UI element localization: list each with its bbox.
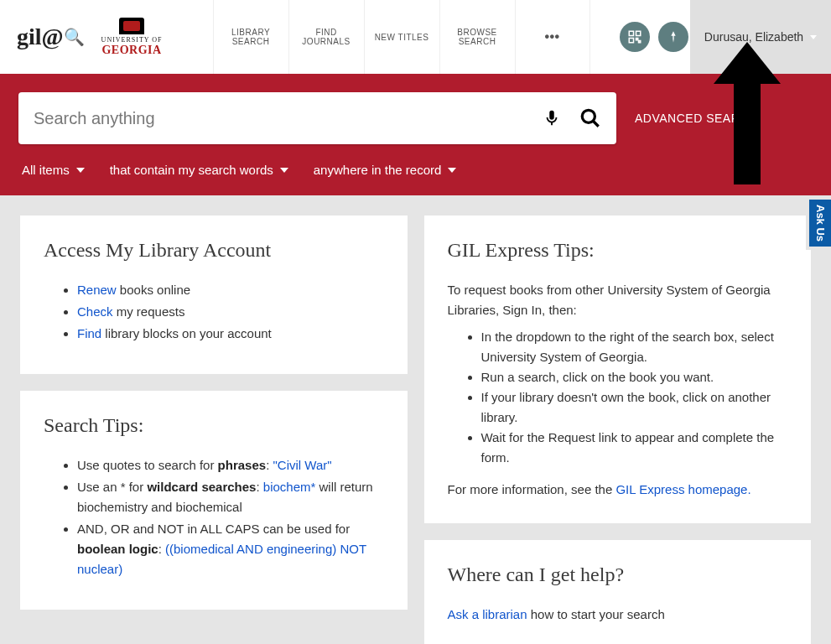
svg-rect-3 (636, 39, 638, 40)
qr-icon (627, 29, 642, 44)
uga-logo[interactable]: UNIVERSITY OF GEORGIA (101, 18, 163, 57)
list-item: Use an * for wildcard searches: biochem*… (77, 477, 384, 517)
list-item: If your library doesn't own the book, cl… (481, 387, 788, 428)
finder-icon: 🔍 (64, 27, 85, 47)
search-band: ADVANCED SEARCH All items that contain m… (0, 74, 831, 195)
wildcard-example-link[interactable]: biochem* (263, 480, 316, 494)
nav-library-search[interactable]: LIBRARYSEARCH (213, 0, 288, 74)
qr-button[interactable] (620, 22, 650, 52)
advanced-search-link[interactable]: ADVANCED SEARCH (635, 112, 758, 125)
renew-link[interactable]: Renew (77, 283, 117, 297)
uga-label-small: UNIVERSITY OF (101, 36, 163, 44)
phrase-example-link[interactable]: "Civil War" (273, 458, 331, 472)
caret-down-icon (810, 35, 817, 39)
account-title: Access My Library Account (44, 239, 384, 262)
svg-rect-2 (629, 39, 633, 43)
gil-outro: For more information, see the GIL Expres… (448, 480, 788, 500)
gil-title: GIL Express Tips: (448, 239, 788, 262)
search-tips-title: Search Tips: (44, 414, 384, 437)
uga-label-big: GEORGIA (101, 44, 163, 57)
right-column: GIL Express Tips: To request books from … (424, 216, 812, 644)
pin-button[interactable] (658, 22, 688, 52)
caret-icon (76, 168, 85, 173)
filter-anywhere[interactable]: anywhere in the record (314, 163, 457, 177)
search-input[interactable] (34, 109, 543, 128)
ask-us-tab[interactable]: Ask Us (806, 196, 831, 250)
nav-tabs: LIBRARYSEARCH FINDJOURNALS NEW TITLES BR… (213, 0, 590, 74)
logo-area: gil@ 🔍 UNIVERSITY OF GEORGIA (0, 0, 179, 74)
svg-rect-0 (629, 31, 633, 35)
filter-contains[interactable]: that contain my search words (110, 163, 288, 177)
gil-homepage-link[interactable]: GIL Express homepage. (615, 482, 750, 496)
right-icons (620, 0, 688, 74)
svg-rect-1 (636, 31, 641, 35)
ask-librarian-link[interactable]: Ask a librarian (448, 607, 527, 621)
list-item: Check my requests (77, 302, 384, 322)
check-link[interactable]: Check (77, 304, 113, 319)
list-item: Renew books online (77, 280, 384, 300)
top-nav: gil@ 🔍 UNIVERSITY OF GEORGIA LIBRARYSEAR… (0, 0, 831, 74)
nav-find-journals[interactable]: FINDJOURNALS (288, 0, 364, 74)
filter-all-items[interactable]: All items (22, 163, 85, 177)
nav-more[interactable]: ••• (515, 0, 590, 74)
account-card: Access My Library Account Renew books on… (20, 216, 408, 374)
filter-row: All items that contain my search words a… (18, 163, 813, 177)
nav-browse-search[interactable]: BROWSESEARCH (439, 0, 515, 74)
svg-line-7 (593, 121, 599, 127)
gil-express-card: GIL Express Tips: To request books from … (424, 216, 812, 523)
user-menu[interactable]: Durusau, Elizabeth (690, 0, 831, 74)
mic-icon[interactable] (543, 107, 561, 129)
list-item: Run a search, click on the book you want… (481, 367, 788, 387)
list-item: Use quotes to search for phrases: "Civil… (77, 455, 384, 475)
svg-rect-4 (639, 41, 641, 43)
help-card: Where can I get help? Ask a librarian ho… (424, 540, 812, 644)
search-tips-card: Search Tips: Use quotes to search for ph… (20, 391, 408, 610)
list-item: AND, OR and NOT in ALL CAPS can be used … (77, 519, 384, 579)
help-title: Where can I get help? (448, 564, 788, 586)
gil-logo[interactable]: gil@ (17, 23, 64, 50)
find-link[interactable]: Find (77, 326, 101, 340)
content-area: Access My Library Account Renew books on… (0, 195, 831, 644)
user-name: Durusau, Elizabeth (704, 30, 803, 44)
list-item: Wait for the Request link to appear and … (481, 428, 788, 468)
list-item: Find library blocks on your account (77, 324, 384, 344)
magnify-icon[interactable] (579, 107, 601, 129)
nav-new-titles[interactable]: NEW TITLES (364, 0, 439, 74)
caret-icon (280, 168, 288, 173)
gil-intro: To request books from other University S… (448, 280, 788, 320)
left-column: Access My Library Account Renew books on… (20, 216, 408, 644)
svg-point-6 (582, 110, 595, 122)
search-box[interactable] (18, 92, 616, 144)
list-item: In the dropdown to the right of the sear… (481, 327, 788, 367)
help-text: Ask a librarian how to start your search (448, 605, 788, 625)
pin-icon (667, 30, 680, 44)
uga-arch-icon (119, 18, 144, 34)
caret-icon (448, 168, 456, 173)
